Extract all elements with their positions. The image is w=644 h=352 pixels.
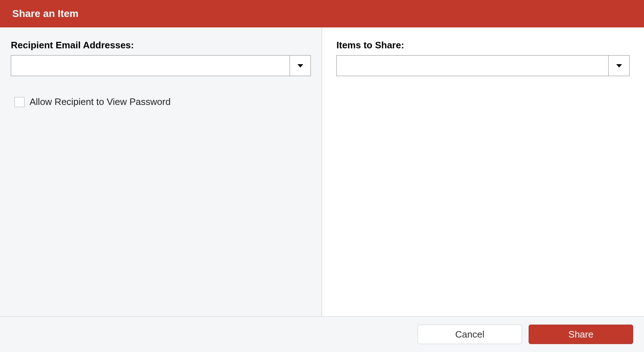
share-item-dialog: Share an Item Recipient Email Addresses:…	[0, 0, 644, 352]
recipients-panel: Recipient Email Addresses: Allow Recipie…	[0, 27, 322, 316]
allow-view-password-checkbox[interactable]	[14, 97, 25, 107]
recipients-combo[interactable]	[11, 55, 311, 76]
items-combo[interactable]	[336, 55, 630, 76]
allow-view-password-row: Allow Recipient to View Password	[11, 96, 311, 107]
dialog-title: Share an Item	[12, 8, 79, 19]
items-input[interactable]	[337, 56, 608, 76]
recipients-label: Recipient Email Addresses:	[11, 40, 311, 51]
dialog-body: Recipient Email Addresses: Allow Recipie…	[0, 27, 644, 317]
recipients-input[interactable]	[11, 56, 290, 76]
cancel-button[interactable]: Cancel	[418, 325, 522, 344]
items-panel: Items to Share:	[322, 27, 644, 316]
dialog-footer: Cancel Share	[0, 317, 644, 352]
chevron-down-icon	[616, 64, 622, 67]
allow-view-password-label: Allow Recipient to View Password	[30, 96, 171, 107]
dialog-header: Share an Item	[0, 0, 644, 27]
chevron-down-icon	[297, 64, 303, 67]
recipients-dropdown-button[interactable]	[290, 56, 310, 76]
items-label: Items to Share:	[336, 40, 630, 51]
items-dropdown-button[interactable]	[608, 56, 629, 76]
share-button[interactable]: Share	[529, 325, 633, 344]
